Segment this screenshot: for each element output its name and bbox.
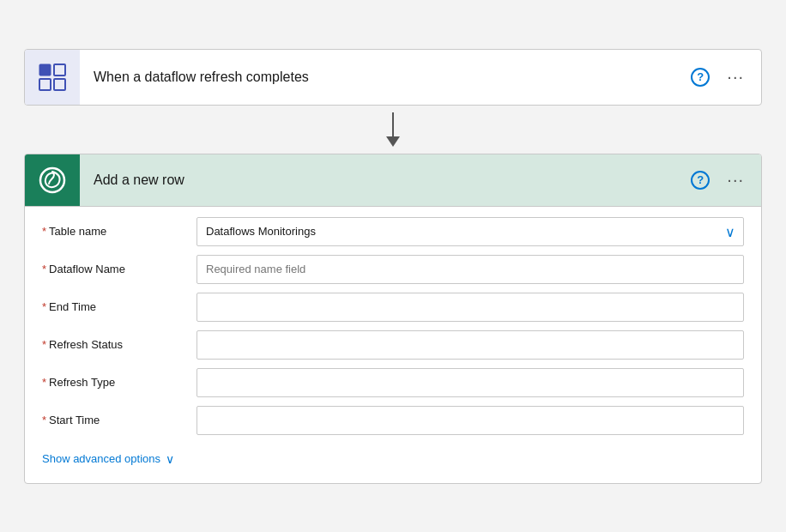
table-name-required-star: *	[42, 225, 46, 238]
action-help-button[interactable]: ?	[687, 167, 713, 193]
refresh-status-row: *Refresh Status	[42, 330, 744, 360]
start-time-required-star: *	[42, 414, 46, 426]
refresh-type-row: *Refresh Type	[42, 368, 744, 397]
start-time-label: *Start Time	[42, 414, 196, 426]
action-card: Add a new row ? ··· *Table name Dataflow…	[24, 154, 762, 484]
start-time-row: *Start Time	[42, 406, 744, 435]
trigger-ellipsis-icon: ···	[727, 67, 744, 87]
action-ellipsis-icon: ···	[727, 170, 744, 190]
refresh-type-label: *Refresh Type	[42, 376, 196, 389]
action-icon-box	[25, 154, 80, 206]
connector	[386, 106, 400, 154]
trigger-icon-box	[25, 50, 80, 105]
table-name-select[interactable]: Dataflows Monitorings	[196, 217, 744, 246]
advanced-options-row[interactable]: Show advanced options ∨	[42, 444, 744, 469]
action-menu-button[interactable]: ···	[723, 166, 747, 193]
action-actions: ? ···	[687, 166, 761, 193]
trigger-title: When a dataflow refresh completes	[80, 70, 687, 85]
advanced-options-chevron-icon: ∨	[166, 452, 174, 466]
dataverse-icon	[37, 165, 68, 196]
end-time-label: *End Time	[42, 300, 196, 313]
trigger-card: When a dataflow refresh completes ? ···	[24, 49, 762, 106]
advanced-options-label[interactable]: Show advanced options	[42, 452, 160, 465]
refresh-type-required-star: *	[42, 376, 46, 389]
end-time-input[interactable]	[196, 293, 744, 322]
dataflow-trigger-icon	[37, 62, 68, 93]
dataflow-name-label: *Dataflow Name	[42, 263, 196, 275]
trigger-help-button[interactable]: ?	[687, 64, 713, 90]
action-header: Add a new row ? ···	[25, 154, 761, 207]
svg-rect-3	[54, 79, 65, 90]
svg-rect-1	[54, 64, 65, 76]
refresh-status-label: *Refresh Status	[42, 338, 196, 351]
dataflow-name-row: *Dataflow Name	[42, 255, 744, 284]
table-name-label: *Table name	[42, 225, 196, 238]
dataflow-name-required-star: *	[42, 263, 46, 275]
form-body: *Table name Dataflows Monitorings ∨ *Dat…	[25, 207, 761, 483]
svg-rect-0	[39, 64, 51, 76]
connector-line	[392, 112, 394, 136]
dataflow-name-input[interactable]	[196, 255, 744, 284]
trigger-menu-button[interactable]: ···	[723, 63, 747, 90]
action-title: Add a new row	[80, 172, 687, 188]
trigger-question-icon: ?	[691, 68, 710, 87]
table-name-row: *Table name Dataflows Monitorings ∨	[42, 217, 744, 246]
end-time-required-star: *	[42, 300, 46, 313]
table-name-select-wrapper[interactable]: Dataflows Monitorings ∨	[196, 217, 744, 246]
end-time-row: *End Time	[42, 293, 744, 322]
connector-arrow	[386, 136, 400, 147]
action-question-icon: ?	[691, 171, 710, 190]
start-time-input[interactable]	[196, 406, 744, 435]
refresh-status-input[interactable]	[196, 330, 744, 360]
svg-rect-2	[39, 79, 51, 90]
refresh-status-required-star: *	[42, 338, 46, 351]
trigger-actions: ? ···	[687, 63, 761, 90]
refresh-type-input[interactable]	[196, 368, 744, 397]
